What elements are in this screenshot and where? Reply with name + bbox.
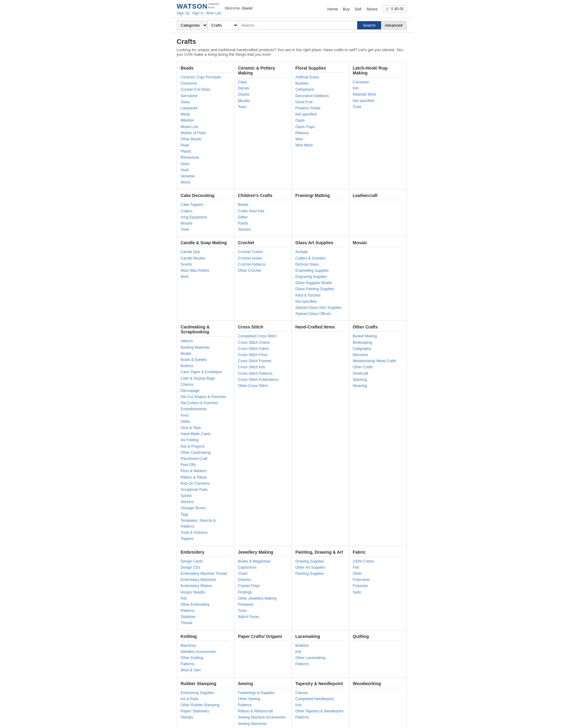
category-link[interactable]: Material/ Wool xyxy=(353,92,402,98)
category-link[interactable]: Drawing Supplies xyxy=(295,558,345,564)
category-link[interactable]: Tools xyxy=(353,104,402,110)
category-link[interactable]: Decorative Additions xyxy=(295,93,345,99)
category-link[interactable]: Kits xyxy=(353,85,402,91)
category-link[interactable]: Patterns xyxy=(295,714,345,720)
category-link[interactable]: Polyester xyxy=(353,583,402,589)
nav-home[interactable]: Home xyxy=(327,7,338,11)
category-link[interactable]: Stained Glass Kits/ Supplies xyxy=(295,305,345,311)
category-link[interactable]: Chain xyxy=(238,571,288,577)
category-link[interactable]: Flowers/ Petals xyxy=(295,105,345,111)
category-link[interactable]: Patterns xyxy=(181,661,230,667)
category-link[interactable]: Acetate xyxy=(295,249,345,255)
category-link[interactable]: Embossing Supplies xyxy=(181,690,230,696)
category-link[interactable]: Plastic xyxy=(181,149,230,154)
category-link[interactable]: Polycotton xyxy=(353,577,402,583)
category-link[interactable]: Fimo xyxy=(181,413,230,419)
category-link[interactable]: Ink & Pads xyxy=(181,696,230,702)
category-link[interactable]: Embroidery Ribbon xyxy=(181,583,230,589)
category-link[interactable]: Canvas xyxy=(295,690,345,696)
category-link[interactable]: Wire Mesh xyxy=(295,142,345,148)
category-link[interactable]: Kits xyxy=(295,649,345,655)
cart-button[interactable]: 🛒 0 $0.00 xyxy=(382,5,406,12)
category-link[interactable]: Tools xyxy=(238,104,288,110)
category-link[interactable]: Watch Faces xyxy=(238,614,288,620)
category-link[interactable]: Wick xyxy=(181,274,230,280)
category-link[interactable]: Parchment Craft xyxy=(181,456,230,462)
category-link[interactable]: Cake Toppers xyxy=(181,202,230,208)
category-link[interactable]: Other xyxy=(353,571,402,577)
category-link[interactable]: Other Crochet xyxy=(238,268,288,274)
category-link[interactable]: Cutters xyxy=(181,208,230,214)
category-link[interactable]: Fastenings & Supplies xyxy=(238,690,288,696)
category-link[interactable]: Completed Cross Stitch xyxy=(238,333,288,339)
category-link[interactable]: Dried Fruit xyxy=(295,99,345,105)
category-link[interactable]: Glitter xyxy=(238,214,288,220)
category-link[interactable]: Wire xyxy=(295,136,345,142)
category-link[interactable]: Other Cardmaking xyxy=(181,450,230,456)
category-link[interactable]: Moulds xyxy=(181,220,230,227)
category-link[interactable]: Baskets xyxy=(295,81,345,86)
category-link[interactable]: Ceramic/ Clay/ Porcelain xyxy=(181,74,230,80)
category-link[interactable]: Peel-Offs xyxy=(181,462,230,468)
category-link[interactable]: Mixed Lots xyxy=(181,124,230,130)
category-link[interactable]: Embroidery Machine Thread xyxy=(181,571,230,577)
category-link[interactable]: Wax/ Wax Pellets xyxy=(181,268,230,274)
category-link[interactable]: Toppers xyxy=(181,536,230,542)
category-link[interactable]: Die-Cutters & Punches xyxy=(181,400,230,406)
category-link[interactable]: Clays xyxy=(238,79,288,85)
category-link[interactable]: Moulds xyxy=(238,98,288,104)
nav-sell[interactable]: Sell xyxy=(355,7,362,11)
category-link[interactable]: Enamelling Supplies xyxy=(295,268,345,274)
category-link[interactable]: Cross Stitch Floss xyxy=(238,352,288,358)
advanced-button[interactable]: Advanced xyxy=(381,21,406,30)
category-link[interactable]: Glass Painting Supplies xyxy=(295,286,345,292)
category-link[interactable]: Not specified xyxy=(295,111,345,118)
category-link[interactable]: Macrame xyxy=(353,352,402,358)
category-link[interactable]: Other Rubber Stamping xyxy=(181,702,230,708)
category-link[interactable]: Wood xyxy=(181,180,230,185)
category-link[interactable]: Cellophane xyxy=(295,87,345,93)
category-link[interactable]: Candle Moulds xyxy=(181,256,230,261)
category-link[interactable]: Patterns xyxy=(295,661,345,667)
search-button[interactable]: Search xyxy=(357,21,381,29)
category-link[interactable]: Crystal/ Cut Glass xyxy=(181,87,230,93)
wish-list-link[interactable]: Wish List xyxy=(206,11,221,15)
category-link[interactable]: Beekeeping xyxy=(353,340,402,346)
category-link[interactable]: Kilns & Torches xyxy=(295,293,345,298)
category-link[interactable]: Cross Stitch Fabric xyxy=(238,346,288,352)
category-link[interactable]: Hand-Made Cards xyxy=(181,431,230,437)
category-link[interactable]: Charms xyxy=(181,382,230,388)
category-link[interactable]: Cloisonne xyxy=(181,81,230,86)
category-link[interactable]: Templates, Stencils & Patterns xyxy=(181,518,230,529)
category-link[interactable]: Crochet Cotton xyxy=(238,249,288,255)
category-link[interactable]: Lampwork xyxy=(181,105,230,111)
category-link[interactable]: Patterns xyxy=(238,702,288,708)
category-link[interactable]: Decoupage xyxy=(181,388,230,394)
category-link[interactable]: Weaving xyxy=(353,383,402,389)
category-link[interactable]: Spinning xyxy=(353,377,402,383)
category-link[interactable]: Charms xyxy=(238,577,288,583)
category-link[interactable]: Rhinestone xyxy=(181,155,230,160)
category-link[interactable]: Other Cross Stitch xyxy=(238,383,288,389)
category-link[interactable]: Glazes xyxy=(238,92,288,98)
category-link[interactable]: Bobbins xyxy=(295,643,345,649)
search-input[interactable] xyxy=(238,21,357,30)
category-link[interactable]: Kits xyxy=(181,596,230,601)
category-link[interactable]: Kits & Projects xyxy=(181,444,230,449)
category-link[interactable]: Seed xyxy=(181,161,230,167)
category-link[interactable]: Beads xyxy=(238,202,288,208)
category-link[interactable]: Other Jewellery Making xyxy=(238,596,288,601)
category-link[interactable]: Embroidery Machines xyxy=(181,577,230,583)
category-link[interactable]: Thread xyxy=(181,620,230,626)
category-select[interactable]: Categories xyxy=(177,21,207,30)
category-link[interactable]: Card, Paper & Envelopes xyxy=(181,369,230,375)
category-link[interactable]: Crystal Chips xyxy=(238,583,288,589)
category-link[interactable]: 100% Cotton xyxy=(353,558,402,564)
category-link[interactable]: Hoops/ Needle xyxy=(181,590,230,595)
category-link[interactable]: Books & Magazines xyxy=(238,558,288,564)
category-link[interactable]: Other Knitting xyxy=(181,655,230,661)
category-link[interactable]: Cello & Display Bags xyxy=(181,375,230,382)
category-link[interactable]: Glass Nuggets/ Beads xyxy=(295,280,345,286)
category-link[interactable]: Scrapbook Pads xyxy=(181,487,230,493)
category-link[interactable]: Felt xyxy=(353,565,402,571)
